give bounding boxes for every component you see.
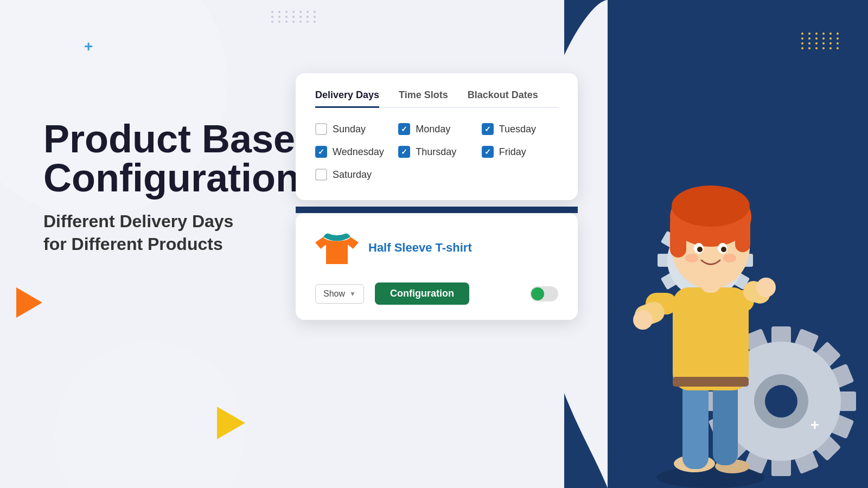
show-dropdown[interactable]: Show ▼ <box>315 284 364 304</box>
day-friday-label: Friday <box>499 146 526 158</box>
toggle-container <box>530 286 558 301</box>
svg-point-54 <box>672 185 750 227</box>
svg-point-59 <box>685 254 698 262</box>
product-info-row: Half Sleeve T-shirt <box>315 226 558 269</box>
svg-point-57 <box>697 247 703 252</box>
day-friday[interactable]: Friday <box>482 146 558 158</box>
dots-top-center <box>271 11 318 23</box>
show-dropdown-value: Show <box>323 289 345 299</box>
checkbox-saturday[interactable] <box>315 169 327 181</box>
svg-point-37 <box>656 466 765 488</box>
blue-accent-bar <box>296 207 578 213</box>
product-toggle[interactable] <box>530 286 558 301</box>
days-grid: Sunday Monday Tuesday Wednesday Thursday <box>315 123 558 181</box>
svg-point-58 <box>721 247 726 252</box>
tshirt-icon <box>315 226 359 269</box>
checkbox-monday[interactable] <box>398 123 410 135</box>
day-saturday[interactable]: Saturday <box>315 169 392 181</box>
card-container: Delivery Days Time Slots Blackout Dates … <box>296 73 578 320</box>
day-monday[interactable]: Monday <box>398 123 475 135</box>
checkbox-sunday[interactable] <box>315 123 327 135</box>
svg-point-60 <box>723 254 736 262</box>
day-tuesday-label: Tuesday <box>499 124 536 135</box>
triangle-left-decoration <box>16 287 42 318</box>
page-title: Product Base Configuration <box>43 119 326 197</box>
product-actions-row: Show ▼ Configuration <box>315 282 558 305</box>
tab-blackout-dates[interactable]: Blackout Dates <box>468 89 538 108</box>
day-thursday-label: Thursday <box>416 146 456 158</box>
checkbox-tuesday[interactable] <box>482 123 494 135</box>
day-wednesday[interactable]: Wednesday <box>315 146 392 158</box>
chevron-down-icon: ▼ <box>349 290 356 298</box>
day-wednesday-label: Wednesday <box>333 146 384 158</box>
page-subtitle: Different Delivery Daysfor Different Pro… <box>43 210 326 255</box>
plus-icon-bottom-right: + <box>810 416 819 434</box>
product-name-label: Half Sleeve T-shirt <box>368 241 472 255</box>
svg-rect-5 <box>839 391 856 411</box>
day-sunday-label: Sunday <box>333 124 366 135</box>
day-thursday[interactable]: Thursday <box>398 146 475 158</box>
day-monday-label: Monday <box>416 124 450 135</box>
day-tuesday[interactable]: Tuesday <box>482 123 558 135</box>
day-saturday-label: Saturday <box>333 169 372 181</box>
configuration-button[interactable]: Configuration <box>375 282 469 305</box>
product-card: Half Sleeve T-shirt Show ▼ Configuration <box>296 213 578 320</box>
checkbox-wednesday[interactable] <box>315 146 327 158</box>
delivery-days-card: Delivery Days Time Slots Blackout Dates … <box>296 73 578 200</box>
checkbox-thursday[interactable] <box>398 146 410 158</box>
svg-point-47 <box>633 310 653 330</box>
tabs-container: Delivery Days Time Slots Blackout Dates <box>315 89 558 108</box>
dots-top-right <box>801 33 841 49</box>
character-3d <box>618 152 803 488</box>
svg-rect-41 <box>713 380 738 465</box>
svg-rect-40 <box>682 380 709 469</box>
svg-point-48 <box>756 278 776 297</box>
plus-icon-top-left: + <box>84 38 93 55</box>
tab-delivery-days[interactable]: Delivery Days <box>315 89 379 108</box>
tab-time-slots[interactable]: Time Slots <box>399 89 448 108</box>
toggle-knob <box>531 287 544 300</box>
svg-rect-61 <box>673 377 749 387</box>
day-sunday[interactable]: Sunday <box>315 123 392 135</box>
checkbox-friday[interactable] <box>482 146 494 158</box>
triangle-bottom-decoration <box>217 407 245 439</box>
left-content-area: Product Base Configuration Different Del… <box>43 119 326 255</box>
